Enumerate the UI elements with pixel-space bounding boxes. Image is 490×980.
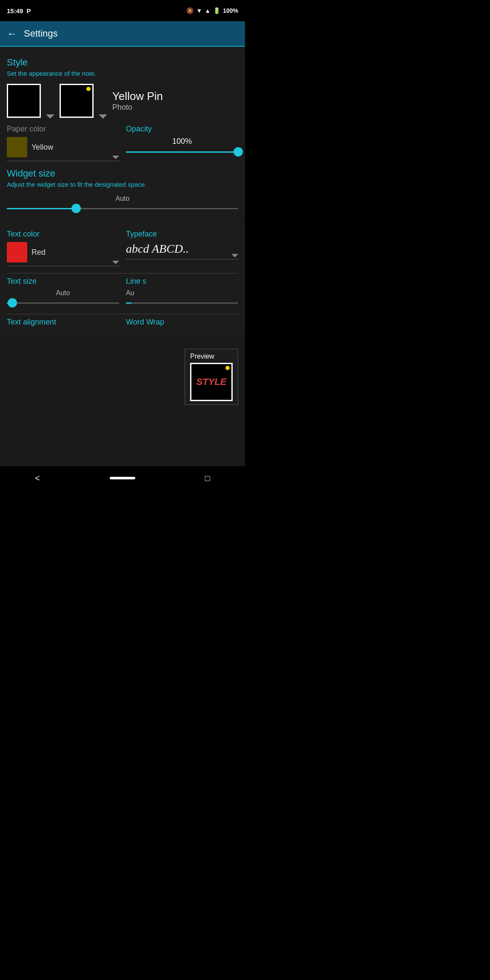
- thumbnail-plain[interactable]: [7, 84, 41, 118]
- nav-back-button[interactable]: <: [35, 473, 40, 483]
- line-spacing-fill: [126, 302, 131, 304]
- widget-size-fill: [7, 208, 76, 209]
- typeface-text: abcd ABCD..: [126, 242, 189, 255]
- word-wrap-label: Word Wrap: [126, 318, 238, 327]
- opacity-value: 100%: [126, 137, 238, 146]
- selected-style-type: Photo: [112, 103, 238, 112]
- preview-style-text: STYLE: [197, 376, 227, 387]
- nav-recents-button[interactable]: □: [205, 473, 210, 483]
- text-size-auto: Auto: [7, 289, 119, 297]
- text-size-linespacing-row: Text size Auto Line s Au: [7, 277, 238, 307]
- nav-bar: < □: [0, 466, 245, 490]
- battery-icon: 🔋: [213, 7, 220, 14]
- line-spacing-auto: Au: [126, 289, 238, 297]
- paper-color-label: Paper color: [7, 125, 119, 134]
- signal-icon: ▲: [205, 7, 211, 14]
- divider-2: [7, 314, 238, 314]
- nav-home-indicator[interactable]: [110, 477, 135, 479]
- text-alignment-label: Text alignment: [7, 318, 119, 327]
- preview-pin-dot: [225, 366, 230, 370]
- text-color-swatch: [7, 242, 27, 262]
- preview-note: STYLE: [190, 363, 233, 401]
- back-button[interactable]: ←: [7, 28, 17, 40]
- typeface-display[interactable]: abcd ABCD..: [126, 242, 238, 259]
- text-color-dropdown-arrow: [112, 261, 119, 264]
- paper-color-name: Yellow: [31, 143, 53, 152]
- widget-size-title: Widget size: [7, 168, 238, 179]
- style-title: Style: [7, 57, 238, 68]
- widget-size-slider[interactable]: [7, 204, 238, 213]
- paper-color-row[interactable]: Yellow: [7, 137, 119, 161]
- text-section: Text color Red Typeface abcd ABCD.. Text…: [0, 223, 245, 333]
- divider-1: [7, 273, 238, 273]
- typeface-dropdown-arrow: [231, 254, 238, 257]
- style-section: Style Set the appearance of the note. Ye…: [0, 50, 245, 219]
- text-size-col: Text size Auto: [7, 277, 119, 307]
- opacity-label: Opacity: [126, 125, 238, 134]
- widget-size-track: [7, 208, 238, 209]
- preview-popup: Preview STYLE: [185, 349, 238, 405]
- time-display: 15:49: [7, 7, 23, 14]
- mute-icon: 🔕: [186, 7, 194, 14]
- status-right: 🔕 ▼ ▲ 🔋 100%: [186, 7, 238, 14]
- text-color-label: Text color: [7, 230, 119, 239]
- line-spacing-slider[interactable]: [126, 299, 238, 307]
- thumbnail-yellow-pin[interactable]: [60, 84, 94, 118]
- app-bar-title: Settings: [24, 28, 58, 39]
- opacity-fill: [126, 151, 238, 153]
- text-size-track: [7, 302, 119, 304]
- line-spacing-track: [126, 302, 238, 304]
- app-bar: ← Settings: [0, 21, 245, 47]
- preview-label: Preview: [190, 353, 233, 360]
- widget-size-thumb[interactable]: [71, 204, 81, 213]
- paper-color-dropdown-arrow: [112, 156, 119, 159]
- paper-opacity-row: Paper color Yellow Opacity 100%: [7, 125, 238, 161]
- thumbnail-info: Yellow Pin Photo: [112, 90, 238, 112]
- text-size-slider[interactable]: [7, 299, 119, 307]
- typeface-col: Typeface abcd ABCD..: [126, 230, 238, 266]
- text-size-label: Text size: [7, 277, 119, 286]
- widget-size-auto: Auto: [7, 195, 238, 202]
- status-left: 15:49 P: [7, 7, 31, 14]
- carrier-icon: P: [26, 7, 31, 14]
- line-spacing-col: Line s Au: [126, 277, 238, 307]
- thumbnails-row: Yellow Pin Photo: [7, 84, 238, 118]
- widget-size-desc: Adjust the widget size to fit the design…: [7, 181, 238, 188]
- opacity-thumb[interactable]: [234, 147, 243, 157]
- bottom-row: Text alignment Word Wrap: [7, 318, 238, 327]
- paper-color-col: Paper color Yellow: [7, 125, 119, 161]
- pin-dot: [86, 87, 91, 91]
- text-color-typeface-row: Text color Red Typeface abcd ABCD..: [7, 230, 238, 266]
- text-alignment-col: Text alignment: [7, 318, 119, 327]
- opacity-track: [126, 151, 238, 153]
- thumbnail-plain-arrow: [46, 114, 54, 119]
- selected-style-name: Yellow Pin: [112, 90, 238, 103]
- text-color-name: Red: [31, 248, 46, 257]
- text-color-col: Text color Red: [7, 230, 119, 266]
- typeface-label: Typeface: [126, 230, 238, 239]
- thumbnail-pin-arrow: [99, 114, 107, 119]
- text-color-row[interactable]: Red: [7, 242, 119, 266]
- word-wrap-col: Word Wrap: [126, 318, 238, 327]
- status-bar: 15:49 P 🔕 ▼ ▲ 🔋 100%: [0, 0, 245, 21]
- opacity-slider[interactable]: [126, 148, 238, 156]
- line-spacing-label: Line s: [126, 277, 238, 286]
- text-size-thumb[interactable]: [8, 298, 17, 308]
- opacity-col: Opacity 100%: [126, 125, 238, 161]
- wifi-icon: ▼: [196, 7, 202, 14]
- battery-pct: 100%: [223, 7, 238, 14]
- paper-color-swatch: [7, 137, 27, 157]
- style-subtitle: Set the appearance of the note.: [7, 70, 238, 77]
